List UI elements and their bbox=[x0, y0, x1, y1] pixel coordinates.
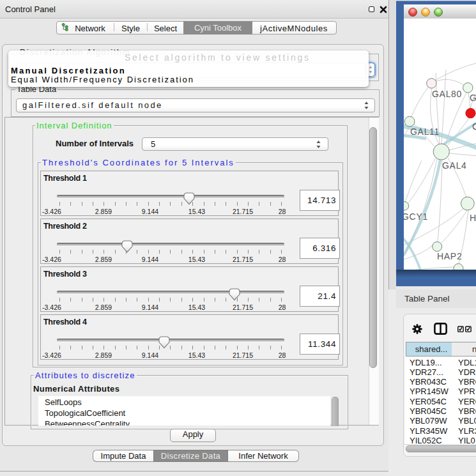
svg-text:GCY1: GCY1 bbox=[404, 211, 428, 222]
svg-text:CD: CD bbox=[472, 121, 476, 132]
svg-text:HA: HA bbox=[470, 213, 476, 223]
svg-text:GAL4: GAL4 bbox=[442, 160, 467, 171]
svg-text:GAL11: GAL11 bbox=[410, 127, 440, 137]
svg-text:GA: GA bbox=[470, 93, 476, 103]
svg-text:HAP2: HAP2 bbox=[437, 251, 462, 261]
svg-text:GAL80: GAL80 bbox=[432, 89, 462, 99]
